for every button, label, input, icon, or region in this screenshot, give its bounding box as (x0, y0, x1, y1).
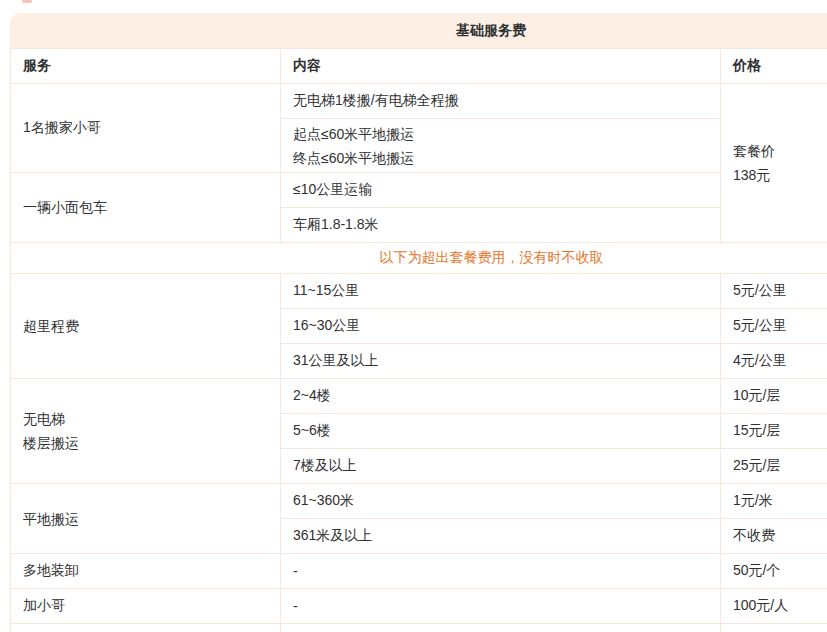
table-row (11, 624, 827, 632)
content-cell: ≤10公里运输 (281, 173, 721, 208)
content-cell: 11~15公里 (281, 274, 721, 309)
content-cell: 361米及以上 (281, 519, 721, 554)
content-cell: 16~30公里 (281, 309, 721, 344)
empty-cell (11, 624, 281, 632)
package-price-value: 138元 (733, 163, 827, 187)
header-row: 服务 内容 价格 (11, 49, 827, 84)
price-cell: 4元/公里 (721, 344, 827, 379)
service-cell: 1名搬家小哥 (11, 84, 281, 173)
price-cell: 100元/人 (721, 589, 827, 624)
notice-text: 以下为超出套餐费用，没有时不收取 (11, 243, 827, 274)
notice-row: 以下为超出套餐费用，没有时不收取 (11, 243, 827, 274)
content-cell: 7楼及以上 (281, 449, 721, 484)
page: 基础服务费 服务 内容 价格 1名搬家小哥 无电梯1楼搬/有电梯全程搬 (0, 0, 827, 632)
service-cell: 加小哥 (11, 589, 281, 624)
column-header-price: 价格 (721, 49, 827, 84)
content-cell: 31公里及以上 (281, 344, 721, 379)
service-cell: 无电梯 楼层搬运 (11, 379, 281, 484)
content-cell: 车厢1.8-1.8米 (281, 208, 721, 243)
service-cell: 超里程费 (11, 274, 281, 379)
empty-cell (281, 624, 721, 632)
clipped-top-artifact (22, 0, 32, 3)
content-cell: 5~6楼 (281, 414, 721, 449)
table-row: 超里程费 11~15公里 5元/公里 (11, 274, 827, 309)
price-cell: 10元/层 (721, 379, 827, 414)
price-cell: 1元/米 (721, 484, 827, 519)
price-cell: 25元/层 (721, 449, 827, 484)
column-header-service: 服务 (11, 49, 281, 84)
table-row: 一辆小面包车 ≤10公里运输 (11, 173, 827, 208)
pricing-card: 基础服务费 服务 内容 价格 1名搬家小哥 无电梯1楼搬/有电梯全程搬 (10, 13, 827, 632)
table-row: 无电梯 楼层搬运 2~4楼 10元/层 (11, 379, 827, 414)
column-header-content: 内容 (281, 49, 721, 84)
price-cell: 5元/公里 (721, 309, 827, 344)
package-price-cell: 套餐价 138元 (721, 84, 827, 243)
pricing-table: 服务 内容 价格 1名搬家小哥 无电梯1楼搬/有电梯全程搬 套餐价 138元 (10, 48, 827, 632)
table-row: 平地搬运 61~360米 1元/米 (11, 484, 827, 519)
service-cell: 平地搬运 (11, 484, 281, 554)
service-cell: 多地装卸 (11, 554, 281, 589)
table-row: 加小哥 - 100元/人 (11, 589, 827, 624)
price-cell: 5元/公里 (721, 274, 827, 309)
package-price-label: 套餐价 (733, 139, 827, 163)
price-cell: 50元/个 (721, 554, 827, 589)
empty-cell (721, 624, 827, 632)
content-cell: 无电梯1楼搬/有电梯全程搬 (281, 84, 721, 119)
content-cell: 起点≤60米平地搬运 终点≤60米平地搬运 (281, 119, 721, 173)
content-cell: 2~4楼 (281, 379, 721, 414)
table-title: 基础服务费 (10, 13, 827, 48)
content-cell: - (281, 554, 721, 589)
content-cell: 61~360米 (281, 484, 721, 519)
price-cell: 不收费 (721, 519, 827, 554)
table-row: 1名搬家小哥 无电梯1楼搬/有电梯全程搬 套餐价 138元 (11, 84, 827, 119)
service-cell: 一辆小面包车 (11, 173, 281, 243)
price-cell: 15元/层 (721, 414, 827, 449)
table-row: 多地装卸 - 50元/个 (11, 554, 827, 589)
content-cell: - (281, 589, 721, 624)
